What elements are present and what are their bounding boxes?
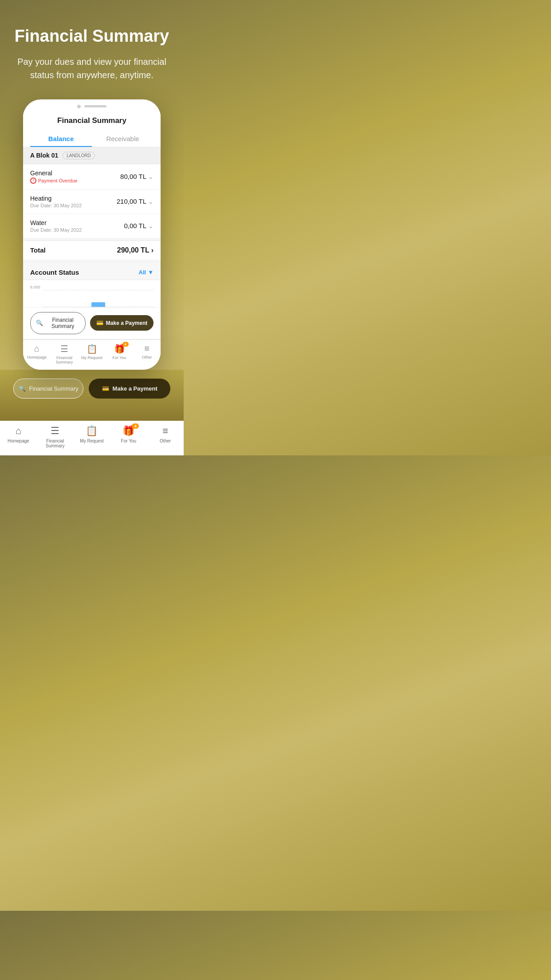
document-icon: ☰ [60,344,68,354]
make-payment-button[interactable]: 💳 Make a Payment [90,315,153,331]
nav-label-other: Other [142,355,152,360]
financial-summary-label: Financial Summary [46,317,80,329]
request-icon: 📋 [87,344,98,354]
overdue-icon: ! [30,178,36,184]
payment-row-heating[interactable]: Heating Due Date: 30 May 2022 210,00 TL … [23,190,161,214]
outer-other-icon: ≡ [162,425,168,437]
outer-financial-summary-button[interactable]: 🔍 Financial Summary [13,379,83,399]
landlord-badge: LANDLORD [63,152,94,159]
outer-foryou-badge: 4 [132,423,139,429]
outer-home-icon: ⌂ [16,425,21,437]
outer-payment-icon: 💳 [102,385,109,392]
payment-left-general: General ! Payment Overdue [30,170,78,184]
heating-due-date: Due Date: 30 May 2022 [30,203,82,208]
outer-nav-homepage[interactable]: ⌂ Homepage [0,425,37,448]
y-label-6000: 6.000 [30,285,40,289]
block-name: A Blok 01 [30,152,58,159]
payment-amount-heating: 210,00 TL [117,198,146,205]
total-row[interactable]: Total 290,00 TL › [23,241,161,260]
outer-nav-myrequest[interactable]: 📋 My Request [74,425,110,448]
tab-receivable[interactable]: Receivable [92,130,153,147]
overdue-indicator: ! Payment Overdue [30,178,78,184]
all-filter-label: All [139,269,146,276]
outer-document-icon: ☰ [51,425,59,437]
outer-nav-label-homepage: Homepage [8,439,29,443]
payment-category-general: General [30,170,78,177]
screen-header: Financial Summary Balance Receivable [23,111,161,147]
phone-camera [77,105,81,108]
outer-request-icon: 📋 [86,425,98,437]
total-label: Total [30,246,46,254]
phone-speaker [84,105,106,107]
nav-label-foryou: For You [112,356,126,360]
foryou-badge-wrap: 🎁 4 [114,344,125,354]
home-icon: ⌂ [34,344,39,354]
nav-item-other[interactable]: ≡ Other [133,344,161,360]
screen-title: Financial Summary [30,116,153,125]
outer-nav-financial[interactable]: ☰ Financial Summary [37,425,74,448]
hero-title: Financial Summary [13,27,170,46]
nav-label-myrequest: My Request [81,356,102,360]
outer-bottom-nav: ⌂ Homepage ☰ Financial Summary 📋 My Requ… [0,421,184,455]
arrow-right-icon: › [151,246,153,254]
payment-left-water: Water Due Date: 30 May 2022 [30,219,82,233]
nav-item-financial[interactable]: ☰ Financial Summary [51,344,78,365]
payment-icon: 💳 [96,320,103,326]
payment-row-water[interactable]: Water Due Date: 30 May 2022 0,00 TL ⌄ [23,214,161,238]
all-filter-button[interactable]: All ▼ [139,269,154,276]
payment-amount-general: 80,00 TL [120,173,146,180]
chevron-down-icon-heating: ⌄ [148,198,153,205]
bottom-area: 🔍 Financial Summary 💳 Make a Payment [0,370,184,421]
outer-financial-label: Financial Summary [29,385,79,392]
outer-foryou-badge-wrap: 🎁 4 [122,425,134,437]
outer-payment-label: Make a Payment [113,385,157,392]
make-payment-label: Make a Payment [106,320,147,326]
account-status-header: Account Status All ▼ [23,263,161,280]
outer-nav-label-foryou: For You [121,439,136,443]
nav-label-financial: Financial Summary [51,356,78,365]
nav-label-homepage: Homepage [27,355,47,360]
outer-page: Financial Summary Pay your dues and view… [0,0,184,455]
payment-amount-water: 0,00 TL [124,222,146,229]
hero-subtitle: Pay your dues and view your financial st… [13,55,170,82]
tabs: Balance Receivable [30,130,153,147]
phone-mockup: Financial Summary Balance Receivable A B… [23,99,161,370]
phone-bottom-nav: ⌂ Homepage ☰ Financial Summary 📋 My Requ… [23,340,161,370]
nav-item-homepage[interactable]: ⌂ Homepage [23,344,51,360]
nav-item-myrequest[interactable]: 📋 My Request [78,344,106,360]
bottom-buttons: 🔍 Financial Summary 💳 Make a Payment [13,379,170,399]
screen: Financial Summary Balance Receivable A B… [23,111,161,370]
foryou-badge: 4 [122,342,129,347]
outer-nav-label-myrequest: My Request [80,439,103,443]
action-bar: 🔍 Financial Summary 💳 Make a Payment [23,307,161,339]
total-amount: 290,00 TL › [117,246,153,254]
payment-row-general[interactable]: General ! Payment Overdue 80,00 TL ⌄ [23,164,161,190]
outer-make-payment-button[interactable]: 💳 Make a Payment [89,379,170,399]
financial-summary-button[interactable]: 🔍 Financial Summary [30,312,86,334]
payment-category-heating: Heating [30,195,82,202]
outer-nav-label-financial: Financial Summary [37,439,74,448]
outer-nav-label-other: Other [160,439,171,443]
payment-right-heating: 210,00 TL ⌄ [117,198,153,205]
phone-wrapper: Financial Summary Balance Receivable A B… [0,99,184,370]
overdue-text: Payment Overdue [38,178,78,183]
tab-balance[interactable]: Balance [30,130,92,147]
phone-notch [23,99,161,111]
payment-right-water: 0,00 TL ⌄ [124,222,153,229]
filter-icon: ▼ [148,269,153,276]
nav-item-foryou[interactable]: 🎁 4 For You [106,344,133,360]
outer-nav-foryou[interactable]: 🎁 4 For You [110,425,147,448]
payment-rows: General ! Payment Overdue 80,00 TL ⌄ [23,164,161,238]
search-icon: 🔍 [36,320,43,326]
other-icon: ≡ [144,344,150,354]
block-header: A Blok 01 LANDLORD [23,147,161,164]
outer-search-icon: 🔍 [19,385,26,392]
payment-left-heating: Heating Due Date: 30 May 2022 [30,195,82,208]
payment-category-water: Water [30,219,82,226]
water-due-date: Due Date: 30 May 2022 [30,227,82,233]
outer-nav-other[interactable]: ≡ Other [147,425,184,448]
account-status-title: Account Status [30,269,79,276]
chevron-down-icon: ⌄ [148,173,153,180]
chevron-down-icon-water: ⌄ [148,222,153,229]
grid-line-top [43,290,153,290]
